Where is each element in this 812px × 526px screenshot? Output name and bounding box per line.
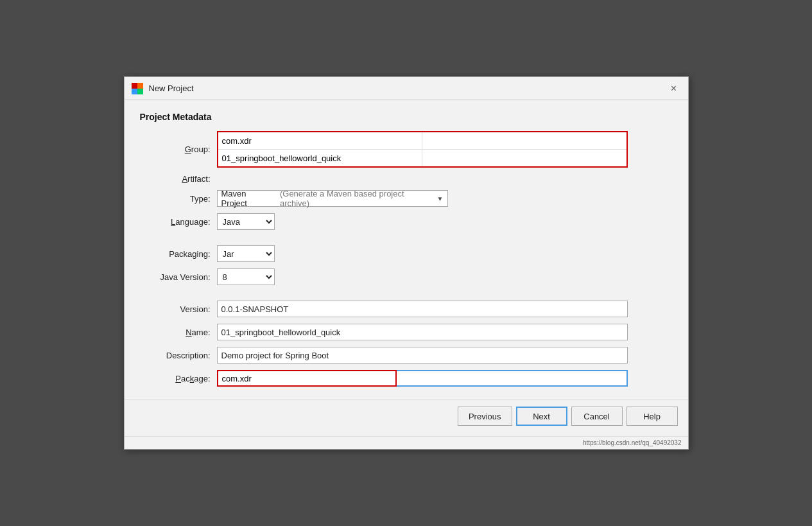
description-input[interactable] <box>217 347 628 364</box>
group-extra-input[interactable] <box>422 132 626 149</box>
artifact-label: Artifact: <box>140 174 217 184</box>
next-button[interactable]: Next <box>516 407 567 426</box>
status-bar: https://blog.csdn.net/qq_40492032 <box>125 436 688 449</box>
packaging-label: Packaging: <box>140 249 217 259</box>
type-field: Maven Project (Generate a Maven based pr… <box>217 190 628 207</box>
section-title: Project Metadata <box>140 112 673 122</box>
name-field <box>217 324 628 340</box>
language-field: Java Kotlin Groovy <box>217 213 628 230</box>
group-label: Group: <box>140 145 217 154</box>
artifact-input[interactable] <box>218 150 422 166</box>
description-field <box>217 347 628 364</box>
form-grid: Group: Artifact: Type: <box>140 131 628 387</box>
group-artifact-wrapper <box>217 131 628 168</box>
java-version-label: Java Version: <box>140 272 217 282</box>
new-project-dialog: New Project × Project Metadata Group: <box>124 76 689 450</box>
spacer-2 <box>217 236 628 239</box>
group-artifact-container <box>217 131 628 168</box>
type-value: Maven Project <box>221 189 273 208</box>
packaging-field: Jar War <box>217 245 628 262</box>
spacer-1 <box>140 236 217 239</box>
dialog-footer: Previous Next Cancel Help <box>125 399 688 436</box>
name-label: Name: <box>140 328 217 337</box>
type-label: Type: <box>140 194 217 204</box>
title-bar: New Project × <box>125 77 688 100</box>
artifact-extra-input[interactable] <box>422 150 626 166</box>
name-input[interactable] <box>217 324 628 340</box>
svg-rect-1 <box>137 83 143 89</box>
package-input[interactable] <box>217 370 397 387</box>
language-select[interactable]: Java Kotlin Groovy <box>217 213 275 230</box>
status-text: https://blog.csdn.net/qq_40492032 <box>583 439 681 446</box>
java-version-select[interactable]: 8 11 17 <box>217 268 275 285</box>
svg-rect-3 <box>137 89 143 94</box>
group-input[interactable] <box>218 132 422 149</box>
package-label: Package: <box>140 374 217 383</box>
close-button[interactable]: × <box>666 81 682 96</box>
help-button[interactable]: Help <box>626 407 678 426</box>
version-input[interactable] <box>217 301 628 317</box>
type-chevron-icon: ▼ <box>437 195 444 202</box>
dialog-body: Project Metadata Group: <box>125 100 688 394</box>
version-field <box>217 301 628 317</box>
type-description: (Generate a Maven based project archive) <box>280 189 433 208</box>
spacer-4 <box>217 292 628 294</box>
package-field <box>217 370 628 387</box>
cancel-button[interactable]: Cancel <box>571 407 623 426</box>
language-label: Language: <box>140 217 217 227</box>
dialog-title: New Project <box>149 83 194 93</box>
java-version-field: 8 11 17 <box>217 268 628 285</box>
svg-rect-2 <box>132 89 137 94</box>
type-dropdown[interactable]: Maven Project (Generate a Maven based pr… <box>217 190 448 207</box>
package-extra-input[interactable] <box>397 370 628 387</box>
app-icon <box>131 82 144 95</box>
spacer-3 <box>140 292 217 294</box>
version-label: Version: <box>140 304 217 314</box>
description-label: Description: <box>140 351 217 360</box>
previous-button[interactable]: Previous <box>458 407 512 426</box>
title-bar-left: New Project <box>131 82 194 95</box>
svg-rect-0 <box>132 83 137 89</box>
packaging-select[interactable]: Jar War <box>217 245 275 262</box>
